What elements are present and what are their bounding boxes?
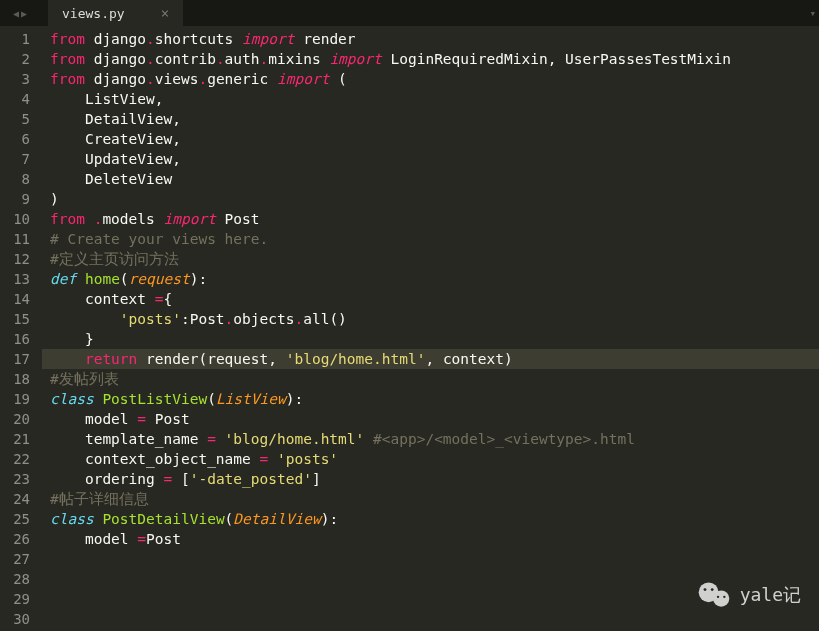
close-icon[interactable]: × bbox=[161, 5, 169, 21]
token-pl: DeleteView bbox=[50, 171, 172, 187]
code-line[interactable]: class PostDetailView(DetailView): bbox=[42, 509, 819, 529]
code-line[interactable]: } bbox=[42, 329, 819, 349]
line-number: 22 bbox=[0, 449, 42, 469]
token-cm: # Create your views here. bbox=[50, 231, 268, 247]
token-op: . bbox=[198, 71, 207, 87]
line-number: 28 bbox=[0, 569, 42, 589]
code-line[interactable]: class PostListView(ListView): bbox=[42, 389, 819, 409]
token-pl: , bbox=[268, 351, 277, 367]
token-op: = bbox=[164, 471, 173, 487]
token-pl: , bbox=[425, 351, 434, 367]
code-line[interactable]: model =Post bbox=[42, 529, 819, 549]
token-op: . bbox=[294, 311, 303, 327]
code-line[interactable]: CreateView, bbox=[42, 129, 819, 149]
watermark: yale记 bbox=[696, 577, 801, 613]
line-number: 27 bbox=[0, 549, 42, 569]
tab-arrow-left-icon[interactable]: ◀ bbox=[13, 8, 19, 19]
code-line[interactable]: from django.contrib.auth.mixins import L… bbox=[42, 49, 819, 69]
token-pl: objects bbox=[233, 311, 294, 327]
token-pl: model bbox=[50, 411, 137, 427]
code-line[interactable]: model = Post bbox=[42, 409, 819, 429]
code-line[interactable]: from django.shortcuts import render bbox=[42, 29, 819, 49]
token-pl: UserPassesTestMixin bbox=[556, 51, 731, 67]
token-pl: views bbox=[155, 71, 199, 87]
token-pl: ): bbox=[321, 511, 338, 527]
token-kw: from bbox=[50, 211, 85, 227]
token-kw: from bbox=[50, 51, 85, 67]
code-line[interactable]: ordering = ['-date_posted'] bbox=[42, 469, 819, 489]
token-pl: django bbox=[85, 31, 146, 47]
svg-point-1 bbox=[713, 591, 729, 607]
token-pl: auth bbox=[225, 51, 260, 67]
token-op: . bbox=[146, 31, 155, 47]
token-pl bbox=[85, 211, 94, 227]
token-pl bbox=[364, 431, 373, 447]
code-line[interactable]: def home(request): bbox=[42, 269, 819, 289]
code-line[interactable]: # Create your views here. bbox=[42, 229, 819, 249]
line-number: 2 bbox=[0, 49, 42, 69]
token-kw-i: import bbox=[242, 31, 294, 47]
line-number: 1 bbox=[0, 29, 42, 49]
token-pl: { bbox=[164, 291, 173, 307]
token-fn: PostDetailView bbox=[102, 511, 224, 527]
token-pl: Post bbox=[146, 531, 181, 547]
code-line[interactable]: DetailView, bbox=[42, 109, 819, 129]
token-arg: ListView bbox=[216, 391, 286, 407]
line-number: 23 bbox=[0, 469, 42, 489]
token-str: 'posts' bbox=[120, 311, 181, 327]
line-number: 10 bbox=[0, 209, 42, 229]
token-op: = bbox=[207, 431, 216, 447]
line-number: 24 bbox=[0, 489, 42, 509]
token-pl: template_name bbox=[50, 431, 207, 447]
token-str: 'posts' bbox=[277, 451, 338, 467]
token-kw: from bbox=[50, 31, 85, 47]
code-line[interactable]: context ={ bbox=[42, 289, 819, 309]
token-pl: render bbox=[294, 31, 355, 47]
tab-active[interactable]: views.py × bbox=[48, 0, 183, 26]
tab-arrow-right-icon[interactable]: ▶ bbox=[21, 8, 27, 19]
token-pl bbox=[50, 351, 85, 367]
line-number: 21 bbox=[0, 429, 42, 449]
code-line[interactable]: #发帖列表 bbox=[42, 369, 819, 389]
code-line[interactable]: ) bbox=[42, 189, 819, 209]
code-line[interactable]: from .models import Post bbox=[42, 209, 819, 229]
token-pl: DetailView bbox=[50, 111, 172, 127]
code-area[interactable]: from django.shortcuts import renderfrom … bbox=[42, 26, 819, 631]
code-line[interactable]: return render(request, 'blog/home.html',… bbox=[42, 349, 819, 369]
line-number: 16 bbox=[0, 329, 42, 349]
code-line[interactable]: 'posts':Post.objects.all() bbox=[42, 309, 819, 329]
watermark-text: yale记 bbox=[740, 583, 801, 607]
code-line[interactable]: #定义主页访问方法 bbox=[42, 249, 819, 269]
line-number: 17 bbox=[0, 349, 42, 369]
token-cls: class bbox=[50, 391, 94, 407]
token-cls: class bbox=[50, 511, 94, 527]
chevron-down-icon[interactable]: ▾ bbox=[809, 7, 815, 20]
line-number: 13 bbox=[0, 269, 42, 289]
line-number: 25 bbox=[0, 509, 42, 529]
code-line[interactable]: ListView, bbox=[42, 89, 819, 109]
svg-point-4 bbox=[717, 596, 719, 598]
token-arg: DetailView bbox=[233, 511, 320, 527]
token-pl: context bbox=[50, 291, 155, 307]
code-line[interactable]: DeleteView bbox=[42, 169, 819, 189]
token-pl: [ bbox=[172, 471, 189, 487]
token-op: . bbox=[146, 71, 155, 87]
line-number: 29 bbox=[0, 589, 42, 609]
token-pl: Post bbox=[146, 411, 190, 427]
code-line[interactable]: template_name = 'blog/home.html' #<app>/… bbox=[42, 429, 819, 449]
token-pl: ): bbox=[286, 391, 303, 407]
code-line[interactable]: #帖子详细信息 bbox=[42, 489, 819, 509]
line-number: 30 bbox=[0, 609, 42, 629]
token-pl: generic bbox=[207, 71, 277, 87]
token-cm: #定义主页访问方法 bbox=[50, 251, 179, 267]
tab-nav-arrows[interactable]: ◀ ▶ bbox=[0, 0, 40, 26]
code-line[interactable]: from django.views.generic import ( bbox=[42, 69, 819, 89]
token-kw-i: import bbox=[164, 211, 216, 227]
token-pl: ( bbox=[207, 391, 216, 407]
token-pl: ordering bbox=[50, 471, 164, 487]
tab-overflow[interactable]: ▾ bbox=[183, 0, 819, 26]
editor[interactable]: 1234567891011121314151617181920212223242… bbox=[0, 26, 819, 631]
code-line[interactable]: context_object_name = 'posts' bbox=[42, 449, 819, 469]
line-number-gutter: 1234567891011121314151617181920212223242… bbox=[0, 26, 42, 631]
code-line[interactable]: UpdateView, bbox=[42, 149, 819, 169]
